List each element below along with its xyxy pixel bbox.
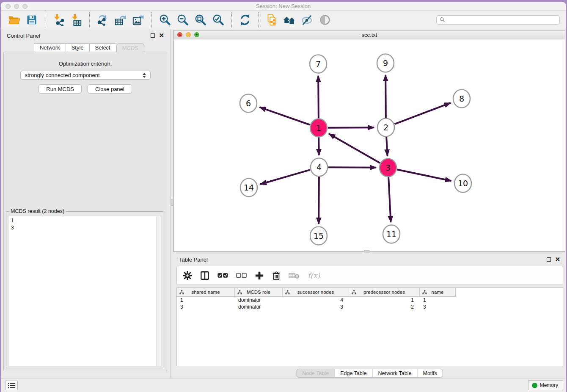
table-cell[interactable]: dominator xyxy=(235,304,283,310)
table-cell[interactable]: 3 xyxy=(177,304,235,310)
export-table-icon[interactable] xyxy=(114,13,127,27)
column-header-name[interactable]: name xyxy=(420,288,456,297)
result-scrollbar[interactable] xyxy=(156,216,161,366)
node-10[interactable]: 10 xyxy=(454,174,471,193)
table-cell[interactable]: dominator xyxy=(235,297,283,303)
node-9[interactable]: 9 xyxy=(377,54,394,72)
task-history-button[interactable] xyxy=(5,381,18,390)
plus-icon[interactable] xyxy=(255,271,264,280)
table-cell[interactable]: 1 xyxy=(420,297,456,303)
float-panel-icon[interactable] xyxy=(151,33,155,38)
column-header-predecessor-nodes[interactable]: predecessor nodes xyxy=(349,288,420,297)
control-panel-tab-select[interactable]: Select xyxy=(90,43,116,52)
table-tab-edge-table[interactable]: Edge Table xyxy=(335,369,372,378)
zoom-in-icon[interactable] xyxy=(158,13,172,27)
zoom-fit-icon[interactable] xyxy=(194,13,207,27)
close-panel-button[interactable]: Close panel xyxy=(88,84,132,94)
mcds-result-fieldset: MCDS result (2 nodes) 1 3 xyxy=(6,211,163,368)
node-1[interactable]: 1 xyxy=(310,119,327,137)
table-cell[interactable]: 1 xyxy=(349,297,420,303)
import-table-icon[interactable] xyxy=(69,13,83,27)
toolbar-separator xyxy=(45,12,45,28)
minimize-window-button[interactable] xyxy=(14,4,19,9)
column-header-MCDS-role[interactable]: MCDS role xyxy=(235,288,283,297)
network-minimize-button[interactable]: - xyxy=(186,32,191,37)
window-traffic-lights[interactable] xyxy=(6,4,28,9)
table-cell[interactable]: 4 xyxy=(283,297,349,303)
close-table-panel-icon[interactable]: ✕ xyxy=(555,257,560,262)
zoom-selected-icon[interactable] xyxy=(212,13,225,27)
table-row[interactable]: 1dominator411 xyxy=(177,297,563,304)
edge-1-6[interactable] xyxy=(259,107,310,125)
edge-3-10[interactable] xyxy=(397,170,451,181)
control-panel-tab-mcds[interactable]: MCDS xyxy=(116,43,144,52)
table-cell[interactable]: 1 xyxy=(177,297,235,303)
eye-icon[interactable] xyxy=(318,13,332,27)
network-graph[interactable]: 7968124314101511 xyxy=(174,39,565,251)
search-box[interactable] xyxy=(436,15,560,25)
export-network-icon[interactable] xyxy=(96,13,110,27)
copy-network-icon[interactable] xyxy=(265,13,278,27)
node-3[interactable]: 3 xyxy=(380,159,396,177)
vertical-splitter[interactable] xyxy=(170,29,173,378)
edge-4-14[interactable] xyxy=(260,170,310,184)
edge-1-7[interactable] xyxy=(318,76,319,119)
eye-slash-icon[interactable] xyxy=(300,13,314,27)
optimization-criterion-select[interactable]: strongly connected component xyxy=(20,71,151,80)
deselect-all-checkboxes-icon[interactable] xyxy=(236,273,247,278)
search-input[interactable] xyxy=(447,17,556,23)
table-tab-node-table[interactable]: Node Table xyxy=(296,369,335,378)
houses-icon[interactable] xyxy=(283,13,296,27)
node-15[interactable]: 15 xyxy=(310,227,327,245)
table-tab-network-table[interactable]: Network Table xyxy=(373,369,418,378)
edge-2-9[interactable] xyxy=(385,75,386,118)
column-header-successor-nodes[interactable]: successor nodes xyxy=(283,288,349,297)
edge-3-1[interactable] xyxy=(329,134,380,163)
column-header-shared-name[interactable]: shared name xyxy=(177,288,235,297)
folder-open-icon[interactable] xyxy=(7,13,21,27)
toolbar-separator xyxy=(231,12,232,28)
table-row[interactable]: 3dominator323 xyxy=(177,304,563,310)
node-8[interactable]: 8 xyxy=(453,90,470,108)
select-all-checkboxes-icon[interactable] xyxy=(217,273,228,278)
zoom-out-icon[interactable] xyxy=(176,13,190,27)
network-canvas[interactable]: 7968124314101511 xyxy=(174,39,565,251)
export-image-icon[interactable] xyxy=(132,13,145,27)
edge-2-3[interactable] xyxy=(386,137,387,156)
memory-button[interactable]: Memory xyxy=(528,380,563,390)
close-panel-icon[interactable]: ✕ xyxy=(159,33,164,38)
node-11[interactable]: 11 xyxy=(383,225,400,243)
table-cell[interactable]: 2 xyxy=(349,304,420,310)
table-cell[interactable]: 3 xyxy=(420,304,456,310)
splitter-grip[interactable] xyxy=(171,199,173,206)
node-6[interactable]: 6 xyxy=(240,94,257,113)
import-network-icon[interactable] xyxy=(52,13,65,27)
save-icon[interactable] xyxy=(25,13,39,27)
mcds-result-area[interactable]: 1 3 xyxy=(8,216,161,366)
node-4[interactable]: 4 xyxy=(311,158,328,177)
edge-2-8[interactable] xyxy=(395,103,451,124)
network-close-button[interactable]: x xyxy=(177,32,182,37)
control-panel-tab-network[interactable]: Network xyxy=(34,43,66,52)
table-tab-motifs[interactable]: Motifs xyxy=(417,369,443,378)
float-table-panel-icon[interactable] xyxy=(547,257,551,262)
node-7[interactable]: 7 xyxy=(310,55,327,73)
edge-3-11[interactable] xyxy=(388,177,391,222)
node-14[interactable]: 14 xyxy=(240,179,257,197)
network-zoom-button[interactable]: + xyxy=(194,32,199,37)
zoom-window-button[interactable] xyxy=(22,4,28,9)
trash-icon[interactable] xyxy=(272,271,281,280)
edge-4-3[interactable] xyxy=(328,167,376,168)
application-window: Session: New Session xyxy=(1,2,566,392)
gear-icon[interactable] xyxy=(183,271,192,280)
run-mcds-button[interactable]: Run MCDS xyxy=(39,84,82,94)
edge-4-15[interactable] xyxy=(319,177,319,224)
edge-1-2[interactable] xyxy=(328,127,374,128)
circular-arrows-icon[interactable] xyxy=(238,13,252,27)
node-table[interactable]: shared nameMCDS rolesuccessor nodesprede… xyxy=(176,287,563,366)
control-panel-tab-style[interactable]: Style xyxy=(66,43,90,52)
table-cell[interactable]: 3 xyxy=(283,304,349,310)
node-2[interactable]: 2 xyxy=(377,119,394,137)
close-window-button[interactable] xyxy=(6,4,11,9)
split-columns-icon[interactable] xyxy=(200,271,209,280)
